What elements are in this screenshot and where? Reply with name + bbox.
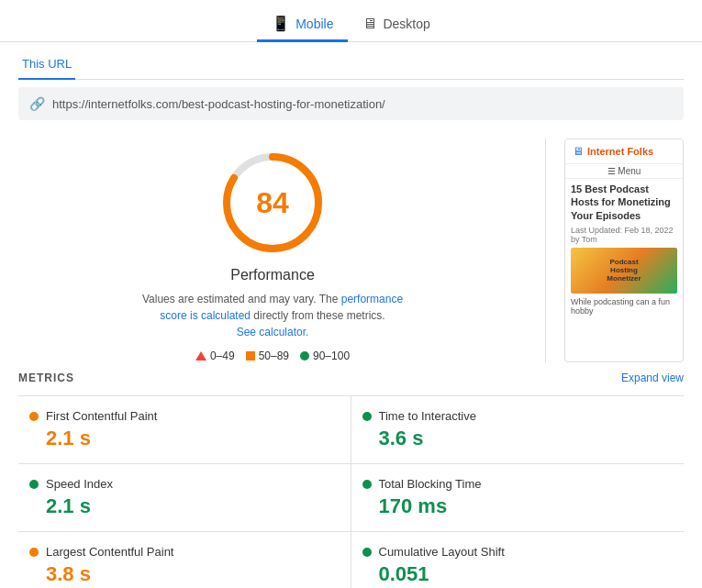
this-url-label: This URL: [22, 57, 72, 71]
metric-cls-header: Cumulative Layout Shift: [362, 545, 674, 559]
metric-tbt: Total Blocking Time 170 ms: [351, 464, 685, 532]
mobile-icon: 📱: [272, 15, 290, 32]
legend: 0–49 50–89 90–100: [195, 349, 350, 362]
tab-desktop-label: Desktop: [383, 17, 429, 31]
legend-orange-range: 50–89: [259, 349, 289, 362]
perf-desc-prefix: Values are estimated and may vary. The: [142, 293, 341, 305]
metrics-section: METRICS Expand view First Contentful Pai…: [0, 362, 702, 588]
main-content: 84 Performance Values are estimated and …: [0, 120, 702, 362]
metric-si-name: Speed Index: [46, 477, 113, 491]
url-bar: 🔗 https://internetfolks.com/best-podcast…: [18, 87, 684, 120]
tab-mobile[interactable]: 📱 Mobile: [257, 7, 348, 42]
preview-image-text: Podcast Hosting Monetizer: [607, 258, 641, 283]
tab-mobile-label: Mobile: [295, 17, 333, 31]
metric-fcp: First Contentful Paint 2.1 s: [18, 396, 351, 464]
metric-tti-header: Time to Interactive: [362, 409, 674, 423]
metric-lcp-header: Largest Contentful Paint: [29, 545, 340, 559]
metric-cls-name: Cumulative Layout Shift: [379, 545, 505, 559]
legend-green-range: 90–100: [313, 349, 350, 362]
legend-red: 0–49: [195, 349, 235, 362]
url-tabs: This URL: [18, 50, 684, 80]
legend-red-range: 0–49: [210, 349, 235, 362]
metric-tbt-value: 170 ms: [379, 494, 674, 518]
metric-cls-dot: [362, 548, 372, 557]
metric-si-value: 2.1 s: [46, 494, 340, 518]
preview-date: Last Updated: Feb 18, 2022 by Tom: [571, 226, 677, 244]
metric-tbt-header: Total Blocking Time: [362, 477, 674, 491]
preview-title: 15 Best Podcast Hosts for Monetizing You…: [571, 183, 677, 222]
performance-description: Values are estimated and may vary. The p…: [135, 291, 410, 340]
metric-lcp-value: 3.8 s: [46, 562, 340, 586]
preview-header: 🖥 Internet Folks: [565, 139, 683, 164]
metric-tbt-name: Total Blocking Time: [379, 477, 482, 491]
metric-si-dot: [29, 480, 39, 489]
legend-square-icon: [246, 351, 255, 361]
metric-si-header: Speed Index: [29, 477, 340, 491]
tab-bar: 📱 Mobile 🖥 Desktop: [0, 0, 702, 42]
metric-tbt-dot: [362, 480, 372, 489]
legend-green-dot: [300, 351, 309, 361]
preview-header-icon: 🖥: [573, 145, 584, 158]
metric-fcp-header: First Contentful Paint: [29, 409, 340, 423]
performance-title: Performance: [230, 267, 315, 283]
gauge-score: 84: [256, 186, 289, 220]
metric-tti-value: 3.6 s: [379, 427, 674, 450]
metric-lcp-dot: [29, 548, 39, 557]
performance-gauge: 84: [217, 148, 328, 258]
metric-lcp-name: Largest Contentful Paint: [46, 545, 173, 559]
metrics-grid: First Contentful Paint 2.1 s Time to Int…: [18, 395, 684, 588]
metrics-header: METRICS Expand view: [18, 372, 684, 384]
expand-view-button[interactable]: Expand view: [621, 372, 684, 384]
preview-footer: While podcasting can a fun hobby: [571, 297, 677, 319]
url-section: This URL 🔗 https://internetfolks.com/bes…: [0, 42, 702, 120]
performance-section: 84 Performance Values are estimated and …: [18, 139, 527, 362]
metric-fcp-dot: [29, 412, 39, 421]
legend-orange: 50–89: [246, 349, 289, 362]
legend-triangle-icon: [195, 351, 206, 361]
metric-tti-name: Time to Interactive: [379, 409, 476, 423]
metric-cls: Cumulative Layout Shift 0.051: [351, 532, 685, 588]
vertical-divider: [545, 139, 546, 362]
preview-card: 🖥 Internet Folks ☰ Menu 15 Best Podcast …: [564, 139, 684, 362]
this-url-tab[interactable]: This URL: [18, 50, 75, 80]
metric-si: Speed Index 2.1 s: [18, 464, 351, 532]
url-text: https://internetfolks.com/best-podcast-h…: [52, 97, 385, 111]
perf-desc-suffix: directly from these metrics.: [251, 309, 385, 322]
legend-green: 90–100: [300, 349, 350, 362]
preview-body: 15 Best Podcast Hosts for Monetizing You…: [565, 179, 683, 323]
metric-fcp-value: 2.1 s: [46, 427, 340, 450]
metric-fcp-name: First Contentful Paint: [46, 409, 157, 423]
metric-tti: Time to Interactive 3.6 s: [351, 396, 685, 464]
metric-tti-dot: [362, 412, 372, 421]
metrics-title: METRICS: [18, 372, 74, 384]
preview-site-name: Internet Folks: [587, 146, 653, 157]
tab-desktop[interactable]: 🖥 Desktop: [348, 7, 444, 42]
see-calculator-link[interactable]: See calculator.: [237, 326, 309, 338]
preview-menu: ☰ Menu: [565, 164, 683, 179]
link-icon: 🔗: [29, 96, 45, 111]
metric-lcp: Largest Contentful Paint 3.8 s: [18, 532, 351, 588]
metric-cls-value: 0.051: [379, 562, 674, 586]
preview-image: Podcast Hosting Monetizer: [571, 248, 677, 294]
desktop-icon: 🖥: [362, 16, 377, 32]
